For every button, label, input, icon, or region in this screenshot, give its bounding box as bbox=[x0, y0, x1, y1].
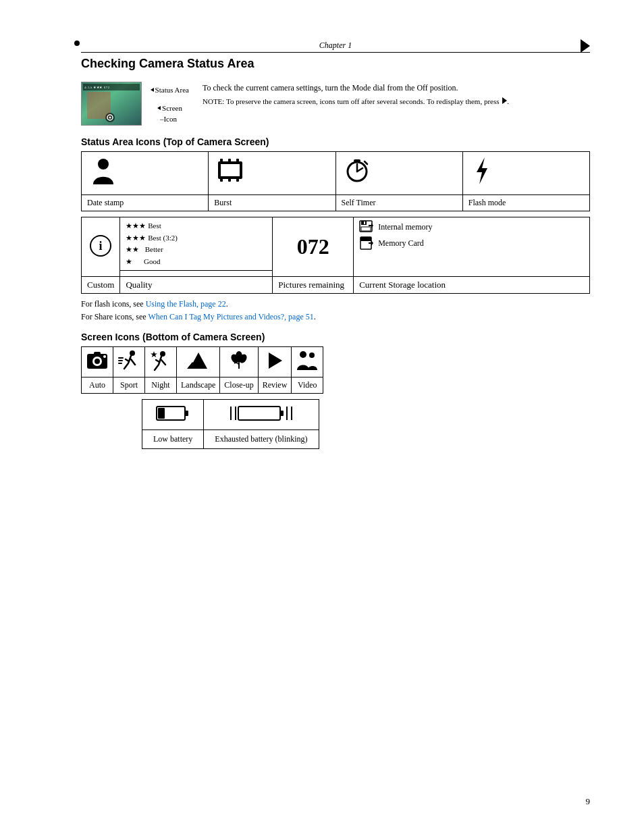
picture-count-cell: 072 bbox=[273, 217, 354, 277]
pictures-remaining-label: Pictures remaining bbox=[273, 277, 354, 294]
page-title: Checking Camera Status Area bbox=[81, 57, 590, 71]
chapter-bullet-icon bbox=[74, 41, 80, 46]
ref-line-2: For Share icons, see When Can I Tag My P… bbox=[81, 312, 590, 322]
current-storage-label: Current Storage location bbox=[354, 277, 590, 294]
exhausted-battery-icon-cell bbox=[204, 400, 319, 430]
svg-rect-44 bbox=[280, 411, 284, 416]
svg-text:i: i bbox=[99, 239, 103, 253]
svg-rect-7 bbox=[220, 176, 223, 182]
svg-point-27 bbox=[130, 350, 135, 356]
memory-card-row: Memory Card bbox=[359, 236, 584, 250]
svg-rect-43 bbox=[238, 407, 280, 420]
status-area-arrow-icon bbox=[151, 88, 154, 92]
sport-icon-cell bbox=[113, 347, 145, 377]
svg-rect-6 bbox=[236, 159, 239, 164]
svg-point-2 bbox=[98, 159, 109, 170]
low-battery-label: Low battery bbox=[142, 430, 204, 449]
note-text: NOTE: To preserve the camera screen, ico… bbox=[203, 97, 501, 105]
custom-label: Custom bbox=[82, 277, 120, 294]
landscape-icon-cell bbox=[177, 347, 220, 377]
redisplay-arrow-icon bbox=[502, 97, 507, 104]
review-label: Review bbox=[258, 377, 292, 394]
picture-count: 072 bbox=[297, 234, 329, 259]
intro-section: 4:5A ★★★ 072 Status Area Screen bbox=[81, 82, 590, 126]
screen-label: Screen bbox=[162, 104, 182, 112]
screen-icons-section-header: Screen Icons (Bottom of Camera Screen) bbox=[81, 332, 590, 342]
page-container: Chapter 1 Checking Camera Status Area 4:… bbox=[0, 0, 644, 834]
svg-rect-21 bbox=[360, 237, 371, 241]
svg-marker-29 bbox=[151, 351, 157, 357]
svg-rect-18 bbox=[364, 221, 365, 224]
page-number: 9 bbox=[586, 796, 591, 807]
intro-text-container: To check the current camera settings, tu… bbox=[203, 82, 509, 107]
info-icon-cell: i bbox=[82, 217, 120, 277]
screen-arrow-icon bbox=[157, 106, 161, 110]
date-stamp-icon-cell bbox=[82, 152, 209, 195]
internal-memory-label: Internal memory bbox=[378, 222, 432, 232]
svg-rect-19 bbox=[361, 227, 371, 231]
burst-icon-cell bbox=[209, 152, 336, 195]
flash-mode-label: Flash mode bbox=[462, 195, 589, 211]
flash-link[interactable]: Using the Flash, page 22 bbox=[146, 299, 226, 309]
svg-rect-25 bbox=[94, 352, 101, 356]
svg-point-36 bbox=[300, 351, 306, 358]
quality-ratings-cell: ★★★ Best ★★★ Best (3:2) ★★ Better ★ Good bbox=[120, 217, 273, 271]
self-timer-icon-cell bbox=[336, 152, 462, 195]
svg-rect-40 bbox=[158, 408, 165, 419]
status-area-label-container: Status Area bbox=[151, 86, 189, 94]
svg-rect-9 bbox=[236, 176, 239, 182]
svg-rect-4 bbox=[220, 159, 223, 164]
burst-label: Burst bbox=[209, 195, 336, 211]
auto-icon-cell bbox=[82, 347, 113, 377]
status-area-section-header: Status Area Icons (Top of Camera Screen) bbox=[81, 136, 590, 147]
chapter-arrow-icon bbox=[581, 39, 590, 53]
screen-label-container: Screen bbox=[157, 104, 182, 112]
svg-point-37 bbox=[309, 353, 315, 358]
chapter-label: Chapter 1 bbox=[319, 41, 352, 50]
svg-point-24 bbox=[95, 359, 100, 364]
status-icons-table: Date stamp Burst Self Timer Flash mode bbox=[81, 151, 590, 211]
camera-status-bar: 4:5A ★★★ 072 bbox=[83, 84, 140, 90]
svg-rect-39 bbox=[185, 411, 188, 416]
camera-image-container: 4:5A ★★★ 072 Status Area Screen bbox=[81, 82, 142, 126]
svg-marker-35 bbox=[269, 353, 282, 369]
memory-card-label: Memory Card bbox=[378, 238, 424, 249]
storage-cell: Internal memory Memory Card bbox=[354, 217, 590, 277]
q-icon-label: –Icon bbox=[160, 115, 177, 123]
video-icon-cell bbox=[292, 347, 323, 377]
landscape-label: Landscape bbox=[177, 377, 220, 394]
svg-point-26 bbox=[103, 355, 106, 358]
close-up-icon-cell bbox=[220, 347, 258, 377]
review-icon-cell bbox=[258, 347, 292, 377]
exhausted-battery-label: Exhausted battery (blinking) bbox=[204, 430, 319, 449]
battery-table: Low battery Exhausted battery (blinking) bbox=[142, 399, 319, 449]
svg-rect-12 bbox=[354, 159, 360, 162]
sport-label: Sport bbox=[113, 377, 145, 394]
internal-memory-row: Internal memory bbox=[359, 220, 584, 234]
svg-rect-10 bbox=[221, 164, 240, 176]
svg-marker-13 bbox=[477, 157, 487, 184]
night-label: Night bbox=[145, 377, 177, 394]
intro-description: To check the current camera settings, tu… bbox=[203, 82, 509, 94]
chapter-header: Chapter 1 bbox=[81, 41, 590, 53]
info-row-table: i ★★★ Best ★★★ Best (3:2) ★★ Better ★ Go… bbox=[81, 217, 590, 294]
screen-icons-table: Auto Sport Night Landscape Close-up Revi… bbox=[81, 346, 323, 394]
camera-status-text: 4:5A ★★★ 072 bbox=[84, 85, 110, 89]
self-timer-label: Self Timer bbox=[336, 195, 462, 211]
date-stamp-label: Date stamp bbox=[82, 195, 209, 211]
share-link[interactable]: When Can I Tag My Pictures and Videos?, … bbox=[148, 312, 313, 321]
low-battery-icon-cell bbox=[142, 400, 204, 430]
close-up-label: Close-up bbox=[220, 377, 258, 394]
ref-line-1: For flash icons, see Using the Flash, pa… bbox=[81, 299, 590, 309]
intro-note: NOTE: To preserve the camera screen, ico… bbox=[203, 97, 509, 107]
flash-mode-icon-cell bbox=[462, 152, 589, 195]
svg-point-1 bbox=[109, 117, 111, 119]
svg-point-28 bbox=[160, 351, 165, 357]
night-icon-cell bbox=[145, 347, 177, 377]
quality-label: Quality bbox=[120, 277, 273, 294]
svg-rect-8 bbox=[228, 176, 231, 182]
status-area-label: Status Area bbox=[155, 86, 189, 94]
video-label: Video bbox=[292, 377, 323, 394]
svg-rect-5 bbox=[228, 159, 231, 164]
camera-image: 4:5A ★★★ 072 bbox=[81, 82, 142, 126]
